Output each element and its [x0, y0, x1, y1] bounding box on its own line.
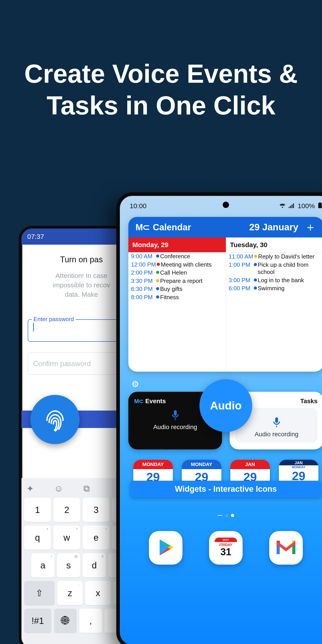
key-w[interactable]: ×w: [54, 526, 80, 550]
page-dot: [231, 514, 234, 517]
calendar-event[interactable]: 3:30 PMPrepare a report: [128, 277, 226, 285]
event-title: Call Helen: [160, 269, 187, 276]
event-title: Log in to the bank: [258, 276, 304, 284]
event-color-dot: [156, 287, 159, 290]
calendar-event[interactable]: 9:00 AMConference: [128, 252, 226, 260]
event-color-dot: [157, 263, 160, 266]
day-header-monday: Monday, 29: [128, 238, 226, 252]
page-dash-icon: [218, 515, 222, 516]
key-3[interactable]: 3: [83, 498, 109, 522]
svg-rect-4: [319, 202, 321, 203]
calendar-event[interactable]: 6:00 PMSwimming: [226, 284, 322, 292]
audio-recording-label: Audio recording: [134, 424, 216, 431]
wifi-icon: [279, 202, 286, 210]
event-time: 6:30 PM: [131, 285, 155, 293]
event-title: Prepare a report: [160, 277, 202, 285]
calendar-app[interactable]: MAY FRIDAY 31: [209, 531, 242, 564]
event-color-dot: [156, 271, 159, 274]
stage: 07:37 Turn on pas Attention! In case imp…: [0, 0, 322, 644]
calendar-app-icon: MAY FRIDAY 31: [215, 538, 237, 558]
calendar-event[interactable]: 2:00 PMCall Helen: [128, 268, 226, 277]
key-e[interactable]: ÷e: [83, 526, 109, 550]
calendar-event[interactable]: 8:00 PMFitness: [128, 293, 226, 302]
calendar-col-monday: Monday, 29 9:00 AMConference12:00 PMMeet…: [128, 238, 226, 372]
key-z[interactable]: -z: [57, 581, 82, 605]
key-shift[interactable]: ⇧: [24, 581, 54, 605]
calendar-event[interactable]: 12:00 PMMeeting with clients: [128, 260, 226, 269]
gmail-app[interactable]: [269, 531, 303, 564]
emoji-icon[interactable]: ☺: [54, 484, 63, 494]
event-time: 11:00 AM: [229, 253, 253, 260]
event-title: Pick up a child from school: [258, 261, 321, 276]
page-indicator[interactable]: ⌂: [120, 513, 322, 518]
gmail-icon: [275, 539, 297, 557]
add-event-button[interactable]: ＋: [304, 224, 316, 230]
audio-recording-label: Audio recording: [236, 431, 318, 438]
play-store-icon: [156, 537, 176, 558]
event-title: Reply to David's letter: [258, 253, 314, 260]
event-color-dot: [156, 279, 159, 282]
event-color-dot: [254, 278, 257, 282]
dock-cal-month: MAY: [215, 538, 237, 542]
fingerprint-button[interactable]: [30, 395, 80, 444]
enter-password-label: Enter password: [32, 316, 76, 323]
signal-icon: [289, 202, 294, 210]
event-color-dot: [254, 255, 257, 258]
clipboard-icon[interactable]: ⧉: [84, 484, 90, 494]
calendar-event[interactable]: 11:00 AMReply to David's letter: [226, 252, 322, 261]
calendar-event[interactable]: 3:00 PMLog in to the bank: [226, 276, 322, 284]
dock: MAY FRIDAY 31: [136, 531, 316, 564]
event-title: Swimming: [258, 285, 285, 292]
event-time: 6:00 PM: [229, 285, 253, 292]
day-header-tuesday: Tuesday, 30: [226, 238, 322, 252]
date-widget-top: JAN: [279, 460, 318, 465]
key-x[interactable]: 'x: [85, 581, 110, 605]
key-symbols[interactable]: !#1: [24, 609, 52, 633]
calendar-columns: Monday, 29 9:00 AMConference12:00 PMMeet…: [128, 238, 322, 372]
svg-rect-6: [174, 410, 177, 416]
globe-icon: 🌐︎: [61, 616, 70, 626]
key-s[interactable]: @s: [57, 553, 80, 577]
calendar-title: Calendar: [153, 222, 191, 232]
event-time: 2:00 PM: [131, 269, 155, 276]
settings-button[interactable]: ⚙: [132, 379, 139, 389]
calendar-event[interactable]: 1:00 PMPick up a child from school: [226, 261, 322, 276]
key-comma[interactable]: ,: [80, 609, 102, 633]
event-title: Conference: [160, 253, 190, 260]
event-color-dot: [254, 286, 257, 290]
app-logo-icon: М⊂: [134, 398, 143, 405]
event-color-dot: [156, 254, 159, 258]
key-1[interactable]: 1: [24, 498, 51, 522]
event-color-dot: [156, 296, 159, 298]
shift-icon: ⇧: [36, 588, 43, 598]
audio-bubble-label: Audio: [210, 399, 242, 412]
key-2[interactable]: 2: [54, 498, 80, 522]
gear-icon: ⚙: [132, 380, 139, 389]
statusbar-front: 10:00 100%: [120, 196, 322, 212]
sparkle-icon[interactable]: ✦: [26, 484, 34, 494]
key-a[interactable]: !a: [31, 553, 54, 577]
phone-front: 10:00 100% М⊂ Calendar: [116, 192, 322, 644]
key-d[interactable]: #d: [83, 553, 106, 577]
statusbar-time: 07:37: [27, 233, 44, 240]
event-title: Meeting with clients: [161, 261, 212, 268]
play-store-app[interactable]: [149, 531, 182, 564]
event-time: 1:00 PM: [229, 261, 253, 268]
calendar-event[interactable]: 6:30 PMBuy gifts: [128, 285, 226, 293]
event-time: 9:00 AM: [131, 253, 155, 260]
key-globe[interactable]: 🌐︎: [54, 609, 77, 633]
calendar-col-tuesday: Tuesday, 30 11:00 AMReply to David's let…: [226, 238, 322, 372]
events-card-title: Events: [145, 398, 166, 405]
date-widget-top: MONDAY: [133, 460, 173, 469]
event-title: Fitness: [160, 294, 179, 301]
date-widgets-row: MONDAY 29 MONDAY 29 JAN 29 JAN MONDAY 29…: [133, 460, 318, 486]
date-widget-top: JAN: [230, 460, 270, 469]
tasks-card-title: Tasks: [300, 398, 318, 405]
calendar-widget[interactable]: М⊂ Calendar 29 January ＋ Monday, 29 9:00…: [128, 217, 322, 372]
battery-text: 100%: [298, 202, 315, 210]
audio-bubble[interactable]: Audio: [200, 379, 252, 432]
key-q[interactable]: +q: [24, 526, 51, 550]
widgets-banner: Widgets - Interactive Icons: [130, 481, 322, 497]
svg-rect-5: [318, 203, 322, 208]
statusbar-time-front: 10:00: [130, 202, 146, 210]
